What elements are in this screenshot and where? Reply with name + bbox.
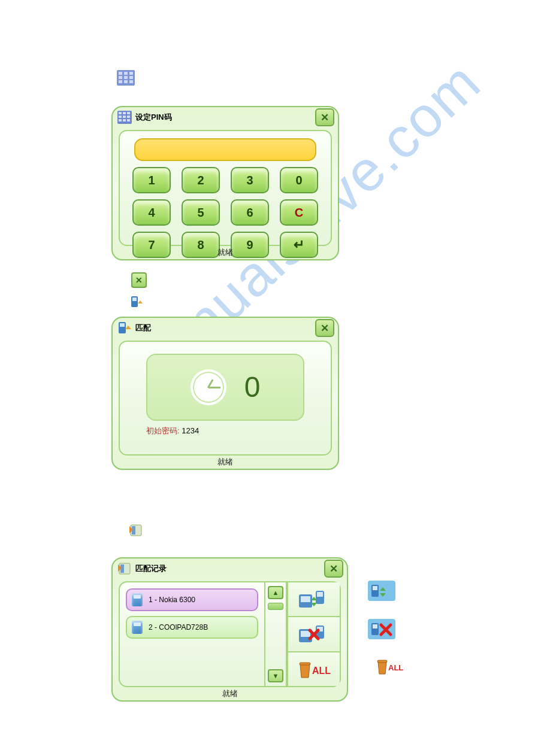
dialog-title: 匹配 — [133, 323, 315, 333]
svg-rect-33 — [301, 631, 310, 637]
status-bar: 就绪 — [113, 688, 347, 700]
dialog-title: 匹配记录 — [133, 563, 324, 574]
svg-rect-29 — [301, 596, 310, 602]
scroll-down-button[interactable]: ▼ — [268, 669, 283, 682]
status-bar: 就绪 — [113, 457, 338, 469]
clock-icon — [191, 369, 226, 405]
keypad-icon — [116, 109, 133, 126]
pair-record-icon — [116, 560, 133, 577]
svg-rect-48 — [377, 660, 387, 663]
scroll-up-button[interactable]: ▲ — [268, 586, 283, 599]
initial-password-label: 初始密码: — [146, 426, 182, 435]
svg-rect-31 — [317, 592, 323, 597]
initial-password-value: 1234 — [182, 426, 199, 435]
device-item[interactable]: 2 - COOlPAD728B — [126, 616, 258, 639]
svg-rect-15 — [123, 116, 126, 118]
device-label: 1 - Nokia 6300 — [149, 596, 195, 604]
close-icon: ✕ — [131, 272, 147, 288]
svg-rect-4 — [119, 76, 122, 79]
key-clear[interactable]: C — [280, 199, 318, 226]
status-bar: 就绪 — [113, 247, 338, 259]
pair-record-dialog: 匹配记录 ✕ 1 - Nokia 6300 2 - COOlPAD728B ▲ … — [111, 557, 348, 702]
scroll-track[interactable] — [265, 599, 286, 669]
connect-button[interactable] — [287, 582, 340, 617]
svg-rect-9 — [129, 80, 133, 83]
action-column: ALL — [287, 582, 340, 686]
svg-rect-42 — [373, 586, 377, 590]
svg-rect-11 — [119, 112, 122, 114]
phone-icon — [132, 621, 143, 634]
svg-rect-12 — [123, 112, 126, 114]
delete-all-button[interactable]: ALL — [287, 652, 340, 686]
svg-text:ALL: ALL — [312, 666, 331, 676]
svg-rect-16 — [127, 116, 130, 118]
svg-rect-19 — [127, 119, 130, 122]
disconnect-button[interactable] — [287, 617, 340, 652]
phone-icon — [132, 593, 143, 606]
svg-rect-5 — [124, 76, 128, 79]
svg-rect-45 — [373, 624, 377, 629]
delete-all-icon: ALL — [375, 657, 405, 678]
device-list: 1 - Nokia 6300 2 - COOlPAD728B — [120, 582, 264, 686]
close-button[interactable]: ✕ — [324, 560, 343, 578]
svg-text:ALL: ALL — [388, 663, 403, 672]
countdown-value: 0 — [244, 373, 261, 402]
svg-rect-18 — [123, 119, 126, 122]
disconnect-icon — [368, 619, 395, 639]
phone-sync-icon — [116, 320, 133, 336]
countdown-panel: 0 — [146, 354, 304, 421]
svg-rect-2 — [124, 72, 128, 75]
set-pin-dialog: 设定PIN码 ✕ 1 2 3 0 4 5 6 C 7 8 9 ↵ 就绪 — [111, 106, 339, 260]
svg-rect-1 — [119, 72, 122, 75]
pin-display — [134, 138, 316, 161]
scroll-thumb[interactable] — [268, 603, 283, 610]
key-6[interactable]: 6 — [231, 199, 269, 226]
svg-rect-14 — [119, 116, 122, 118]
keypad: 1 2 3 0 4 5 6 C 7 8 9 ↵ — [120, 167, 331, 258]
keypad-icon — [117, 70, 135, 86]
key-2[interactable]: 2 — [182, 167, 220, 193]
key-5[interactable]: 5 — [182, 199, 220, 226]
svg-rect-21 — [132, 297, 137, 301]
scrollbar: ▲ ▼ — [264, 582, 287, 686]
close-button[interactable]: ✕ — [315, 108, 334, 126]
svg-rect-7 — [119, 80, 122, 83]
close-icon: ✕ — [321, 323, 329, 333]
svg-rect-38 — [300, 663, 310, 665]
connect-icon — [368, 581, 395, 601]
close-icon: ✕ — [321, 113, 329, 123]
device-label: 2 - COOlPAD728B — [149, 623, 208, 631]
close-button[interactable]: ✕ — [315, 319, 334, 337]
key-0[interactable]: 0 — [280, 167, 318, 193]
svg-rect-6 — [129, 76, 133, 79]
dialog-title: 设定PIN码 — [133, 112, 315, 123]
key-1[interactable]: 1 — [132, 167, 171, 193]
svg-rect-17 — [119, 119, 122, 122]
pair-dialog: 匹配 ✕ 0 初始密码: 1234 就绪 — [111, 317, 339, 470]
key-3[interactable]: 3 — [231, 167, 269, 193]
svg-rect-8 — [124, 80, 128, 83]
svg-rect-23 — [120, 323, 125, 327]
phone-sync-icon — [129, 295, 144, 309]
pair-record-icon — [128, 523, 144, 538]
close-icon: ✕ — [330, 564, 338, 574]
svg-rect-3 — [129, 72, 133, 75]
key-4[interactable]: 4 — [132, 199, 171, 226]
chevron-down-icon: ▼ — [273, 672, 279, 679]
svg-rect-13 — [127, 112, 130, 114]
device-item[interactable]: 1 - Nokia 6300 — [126, 588, 258, 611]
chevron-up-icon: ▲ — [273, 589, 279, 596]
